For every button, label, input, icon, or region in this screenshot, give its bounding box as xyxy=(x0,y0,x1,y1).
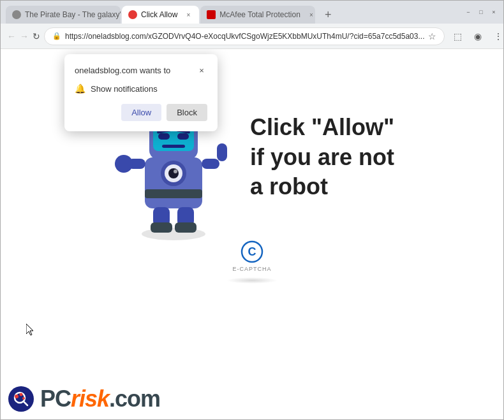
tab-mcafee-label: McAfee Total Protection xyxy=(219,10,300,19)
close-button[interactable]: × xyxy=(489,8,498,17)
show-notifications-text: Show notifications xyxy=(91,84,158,94)
svg-point-32 xyxy=(20,393,23,396)
svg-point-6 xyxy=(168,168,179,178)
tab-click-allow-close[interactable]: × xyxy=(184,10,193,19)
popup-header: oneladsblog.com wants to × xyxy=(75,64,207,76)
click-allow-line2: if you are not xyxy=(250,143,394,173)
svg-text:C: C xyxy=(248,245,256,258)
reload-button[interactable]: ↻ xyxy=(33,27,40,45)
tab-click-allow-label: Click Allow xyxy=(141,10,177,19)
svg-rect-20 xyxy=(217,143,227,161)
profile-button[interactable]: ◉ xyxy=(469,27,487,45)
url-text: https://oneladsblog.com/xGZODVrvQ4O-eXoc… xyxy=(65,32,424,41)
menu-button[interactable]: ⋮ xyxy=(489,27,504,45)
captcha-area: C E-CAPTCHA xyxy=(226,240,278,284)
title-bar: The Pirate Bay - The galaxy's m... × Cli… xyxy=(1,1,503,24)
pirate-favicon xyxy=(12,10,21,19)
address-bar[interactable]: 🔒 https://oneladsblog.com/xGZODVrvQ4O-eX… xyxy=(44,27,445,45)
svg-point-7 xyxy=(174,170,177,173)
popup-close-button[interactable]: × xyxy=(196,64,207,76)
page-content: oneladsblog.com wants to × 🔔 Show notifi… xyxy=(1,49,503,419)
tab-pirate-bay[interactable]: The Pirate Bay - The galaxy's m... × xyxy=(6,6,121,24)
pcrisk-footer: PC risk .com xyxy=(7,385,160,413)
svg-point-0 xyxy=(130,12,135,17)
svg-rect-19 xyxy=(202,159,219,169)
captcha-label-text: E-CAPTCHA xyxy=(232,266,271,272)
svg-point-18 xyxy=(115,155,133,173)
svg-point-28 xyxy=(8,386,34,412)
tab-click-allow[interactable]: Click Allow × xyxy=(122,6,199,24)
clickallow-favicon xyxy=(128,10,137,19)
tab-pirate-label: The Pirate Bay - The galaxy's m... xyxy=(25,10,121,19)
tab-mcafee-close[interactable]: × xyxy=(307,10,315,19)
maximize-button[interactable]: □ xyxy=(477,8,485,17)
pc-text: PC xyxy=(40,386,71,412)
svg-point-33 xyxy=(22,397,25,400)
mcafee-favicon xyxy=(207,10,216,19)
pcrisk-logo-text: PC risk .com xyxy=(40,386,160,412)
svg-rect-10 xyxy=(158,133,170,140)
svg-rect-23 xyxy=(151,222,172,233)
window-controls: − □ × xyxy=(464,8,498,17)
click-allow-line3: a robot xyxy=(250,172,394,202)
click-allow-line1: Click "Allow" xyxy=(250,113,394,143)
popup-notification-row: 🔔 Show notifications xyxy=(75,83,207,94)
new-tab-button[interactable]: + xyxy=(319,6,337,24)
svg-point-31 xyxy=(15,395,19,398)
browser-window: The Pirate Bay - The galaxy's m... × Cli… xyxy=(0,0,504,420)
tab-mcafee[interactable]: McAfee Total Protection × xyxy=(200,6,315,24)
svg-rect-11 xyxy=(177,133,189,140)
minimize-button[interactable]: − xyxy=(464,8,473,17)
click-allow-text: Click "Allow" if you are not a robot xyxy=(250,113,394,202)
extension-button[interactable]: ⬚ xyxy=(448,27,466,45)
popup-title: oneladsblog.com wants to xyxy=(75,66,170,75)
dotcom-text: .com xyxy=(109,386,160,412)
svg-rect-14 xyxy=(162,145,185,148)
forward-button[interactable]: → xyxy=(20,27,29,45)
allow-button[interactable]: Allow xyxy=(121,104,161,121)
svg-rect-3 xyxy=(145,189,202,198)
nav-bar: ← → ↻ 🔒 https://oneladsblog.com/xGZODVrv… xyxy=(1,24,503,49)
captcha-logo-icon: C xyxy=(241,240,263,263)
notification-popup: oneladsblog.com wants to × 🔔 Show notifi… xyxy=(64,54,218,131)
pcrisk-search-icon xyxy=(7,385,35,413)
bookmark-star-icon[interactable]: ☆ xyxy=(428,31,436,41)
captcha-shadow xyxy=(226,277,278,284)
svg-rect-24 xyxy=(175,222,196,233)
nav-right-icons: ⬚ ◉ ⋮ xyxy=(448,27,504,45)
block-button[interactable]: Block xyxy=(167,104,207,121)
risk-text: risk xyxy=(71,386,109,412)
bell-icon: 🔔 xyxy=(75,83,85,94)
popup-buttons: Allow Block xyxy=(75,104,207,121)
back-button[interactable]: ← xyxy=(7,27,16,45)
lock-icon: 🔒 xyxy=(52,32,61,40)
tab-strip: The Pirate Bay - The galaxy's m... × Cli… xyxy=(6,1,459,24)
